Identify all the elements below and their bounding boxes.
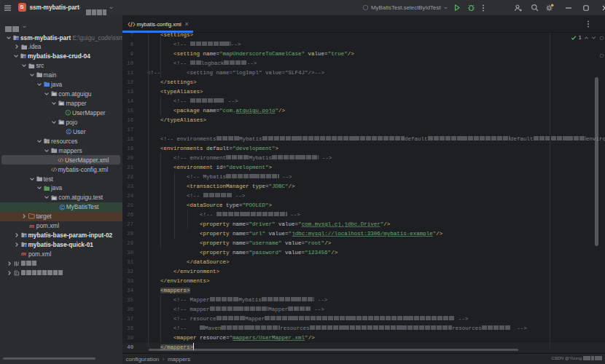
svg-text:C: C xyxy=(60,205,63,209)
svg-text:I: I xyxy=(68,111,69,115)
svg-text:C: C xyxy=(67,130,70,134)
